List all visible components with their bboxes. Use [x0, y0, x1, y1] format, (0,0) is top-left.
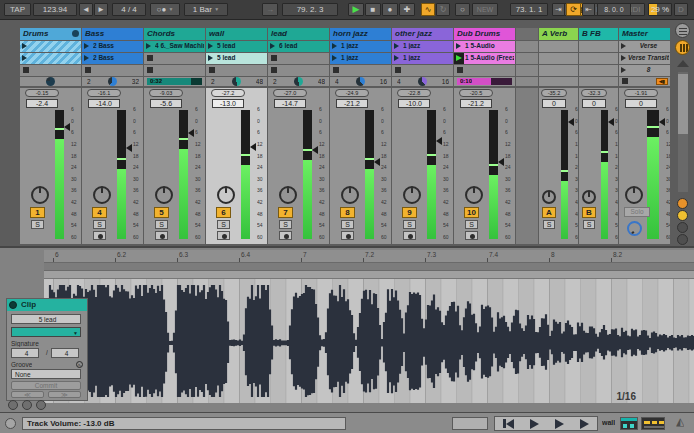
reenable-automation-button[interactable]: ↻ — [436, 3, 450, 16]
clip-slot[interactable]: 2 Bass — [82, 41, 143, 52]
volume-fader-handle[interactable] — [312, 146, 318, 154]
peak-level-display[interactable]: -35.2 — [541, 89, 567, 97]
volume-fader-handle[interactable] — [250, 143, 256, 151]
clip-slot[interactable]: 6 lead — [268, 41, 329, 52]
quantize-display[interactable] — [452, 417, 488, 430]
pan-knob[interactable] — [582, 190, 596, 204]
track-activator-button[interactable]: 9 — [402, 207, 417, 218]
audio-waveform[interactable] — [44, 279, 694, 403]
track-volume-field[interactable]: 0 — [542, 99, 566, 108]
pan-knob[interactable] — [31, 186, 49, 204]
volume-fader-handle[interactable] — [659, 118, 665, 126]
arm-record-button[interactable] — [155, 231, 168, 240]
clip-slot[interactable]: 5 lead — [206, 53, 267, 64]
clip-slot[interactable]: 4 6._Saw Machine (1 — [144, 41, 205, 52]
pan-knob[interactable] — [403, 186, 421, 204]
scrollbar-thumb[interactable] — [678, 74, 688, 134]
clip-activator-icon[interactable] — [9, 301, 17, 309]
device-mini-2[interactable] — [641, 417, 665, 430]
track-header-11[interactable]: Master — [619, 28, 670, 40]
show-detail-view-toggle[interactable]: ◭ — [676, 415, 684, 428]
preview-volume-knob[interactable] — [627, 221, 642, 236]
track-activator-button[interactable]: 7 — [278, 207, 293, 218]
pan-knob[interactable] — [155, 186, 173, 204]
volume-fader-handle[interactable] — [608, 118, 614, 126]
play-button[interactable]: ▶ — [348, 3, 364, 16]
volume-fader-handle[interactable] — [436, 137, 442, 145]
track-activator-button[interactable]: 10 — [464, 207, 479, 218]
solo-cue-button[interactable]: Solo — [624, 207, 650, 217]
show-crossfader-section-toggle[interactable] — [677, 234, 688, 245]
solo-button[interactable]: S — [217, 220, 230, 229]
solo-button[interactable]: S — [279, 220, 292, 229]
track-volume-field[interactable]: 0 — [625, 99, 657, 108]
peak-level-display[interactable]: -24.9 — [335, 89, 369, 97]
clip-playing-icon[interactable] — [456, 55, 462, 61]
follow-button[interactable]: → — [262, 3, 278, 16]
track-header-1[interactable]: Bass — [82, 28, 143, 40]
track-volume-field[interactable]: -2.4 — [26, 99, 58, 108]
pan-knob[interactable] — [279, 186, 297, 204]
clip-launch-icon[interactable] — [456, 43, 461, 49]
solo-button[interactable]: S — [31, 220, 44, 229]
clip-slot[interactable]: 1 jazz — [392, 41, 453, 52]
track-header-10[interactable]: B FB Dub — [579, 28, 618, 40]
capture-new-button[interactable]: NEW — [472, 3, 498, 16]
clip-stop-button[interactable] — [209, 67, 215, 73]
clip-stop-button[interactable] — [147, 67, 153, 73]
track-activator-button[interactable]: 1 — [30, 207, 45, 218]
nudge-forward-button[interactable]: ≫ — [48, 391, 81, 398]
track-activator-button[interactable]: 4 — [92, 207, 107, 218]
envelopes-box-toggle[interactable] — [36, 400, 46, 410]
tempo-display[interactable]: 123.94 — [33, 3, 77, 16]
peak-level-display[interactable]: -27.0 — [273, 89, 307, 97]
clip-launch-icon[interactable] — [208, 43, 213, 49]
device-mini-1[interactable] — [620, 417, 638, 430]
clip-launch-icon[interactable] — [84, 43, 89, 49]
loop-start-display[interactable]: 73. 1. 1 — [510, 3, 548, 16]
clip-launch-icon[interactable] — [332, 43, 337, 49]
empty-clip-slot[interactable] — [144, 53, 205, 64]
record-button[interactable]: ● — [382, 3, 398, 16]
session-view-toggle[interactable] — [675, 40, 690, 55]
arrangement-position-display[interactable]: 79. 2. 3 — [282, 3, 338, 16]
clip-stop-button[interactable] — [271, 55, 277, 61]
scene-slot-2[interactable]: 8 — [619, 65, 670, 76]
clip-slot[interactable]: 1 jazz — [330, 53, 391, 64]
solo-button[interactable]: S — [543, 220, 555, 229]
solo-button[interactable]: S — [403, 220, 416, 229]
punch-out-button[interactable]: ⇤ — [582, 3, 595, 16]
group-fold-icon[interactable] — [72, 30, 79, 37]
clip-launch-icon[interactable] — [208, 55, 213, 61]
track-activator-button[interactable]: 5 — [154, 207, 169, 218]
nudge-back-button[interactable]: ≪ — [11, 391, 44, 398]
beat-time-ruler[interactable]: 66.26.36.477.27.37.488.2 — [44, 250, 694, 263]
peak-level-display[interactable]: -32.3 — [581, 89, 607, 97]
peak-level-display[interactable]: -27.2 — [211, 89, 245, 97]
empty-clip-slot[interactable] — [330, 65, 391, 76]
clip-slot[interactable]: 1 5-Audio — [454, 41, 515, 52]
track-activator-button[interactable]: A — [542, 207, 556, 218]
scrub-area[interactable] — [44, 263, 694, 271]
loop-bar[interactable] — [44, 271, 694, 279]
scroll-up-arrow[interactable] — [677, 60, 689, 67]
clip-slot[interactable]: 1 jazz — [330, 41, 391, 52]
solo-button[interactable]: S — [583, 220, 595, 229]
pan-knob[interactable] — [465, 186, 483, 204]
pan-knob[interactable] — [341, 186, 359, 204]
pan-knob[interactable] — [542, 190, 556, 204]
vertical-scrollbar[interactable] — [678, 72, 688, 192]
track-header-9[interactable]: A Verb — [539, 28, 578, 40]
empty-clip-slot[interactable] — [82, 65, 143, 76]
empty-clip-slot[interactable] — [392, 65, 453, 76]
track-volume-field[interactable]: -14.0 — [88, 99, 120, 108]
metronome-button[interactable]: ○● ▼ — [150, 3, 180, 16]
arm-record-button[interactable] — [341, 231, 354, 240]
stop-button[interactable]: ■ — [365, 3, 381, 16]
clip-slot[interactable]: 1 jazz — [392, 53, 453, 64]
clip-slot-hatched[interactable] — [20, 53, 81, 64]
clip-slot-hatched[interactable] — [20, 41, 81, 52]
track-activator-button[interactable]: 8 — [340, 207, 355, 218]
arm-record-button[interactable] — [93, 231, 106, 240]
clip-launch-icon[interactable] — [146, 43, 151, 49]
